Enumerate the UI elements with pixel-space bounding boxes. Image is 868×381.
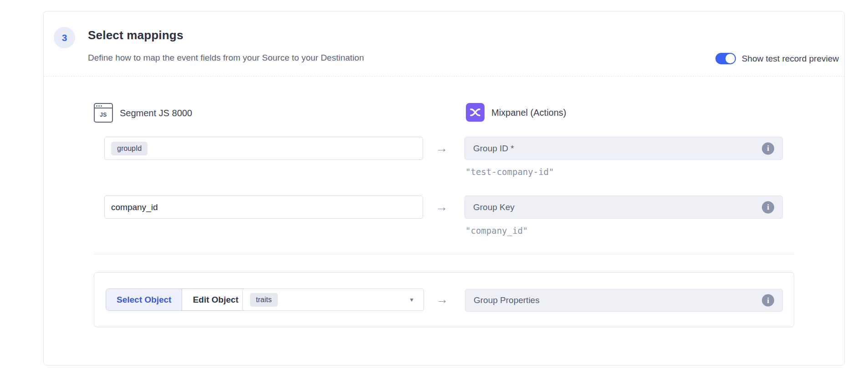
info-icon[interactable]: i — [762, 142, 774, 154]
test-record-preview-value: "company_id" — [465, 227, 528, 235]
destination-field-label: Group Properties — [474, 295, 540, 305]
js-glyph: JS — [95, 108, 112, 121]
page-subtitle: Define how to map the event fields from … — [88, 53, 364, 62]
destination-field-group-key[interactable]: Group Key i — [465, 196, 783, 219]
mapping-arrow-icon: → — [435, 142, 448, 154]
mapping-arrow-icon: → — [436, 293, 448, 306]
segment-js-source-icon: JS — [94, 103, 113, 123]
source-header: JS Segment JS 8000 — [94, 103, 192, 123]
mixpanel-icon — [466, 103, 485, 122]
info-icon[interactable]: i — [762, 294, 774, 307]
source-field-input-company-id[interactable]: company_id — [104, 196, 423, 219]
destination-name: Mixpanel (Actions) — [491, 108, 567, 117]
destination-field-label: Group ID * — [473, 144, 514, 154]
dropdown-value-chip: traits — [250, 293, 278, 307]
section-divider — [94, 254, 795, 254]
test-record-preview-control: Show test record preview — [715, 53, 839, 64]
browser-bar — [95, 104, 112, 108]
toggle-label: Show test record preview — [742, 54, 839, 63]
destination-field-group-id[interactable]: Group ID * i — [465, 137, 783, 160]
object-mode-button-group: Select Object Edit Object — [106, 288, 250, 311]
page-title: Select mappings — [88, 29, 184, 41]
chevron-down-icon: ▼ — [409, 297, 414, 303]
source-field-input-groupid[interactable]: groupId — [104, 137, 423, 160]
info-icon[interactable]: i — [762, 201, 774, 213]
destination-field-label: Group Key — [473, 202, 515, 212]
mapping-arrow-icon: → — [435, 201, 448, 213]
object-mapping-box: Select Object Edit Object traits ▼ → Gro… — [94, 272, 794, 327]
source-field-text: company_id — [111, 202, 158, 212]
toggle-knob — [725, 54, 735, 63]
test-record-preview-value: "test-company-id" — [465, 168, 554, 176]
destination-field-group-properties[interactable]: Group Properties i — [465, 289, 783, 312]
step-number: 3 — [62, 32, 67, 43]
source-field-chip: groupId — [111, 142, 148, 155]
object-source-dropdown[interactable]: traits ▼ — [242, 288, 424, 311]
destination-header: Mixpanel (Actions) — [466, 103, 567, 122]
header-divider — [44, 76, 844, 77]
show-test-record-toggle[interactable] — [715, 53, 736, 64]
edit-object-button[interactable]: Edit Object — [182, 289, 249, 310]
step-number-badge: 3 — [54, 27, 75, 48]
select-object-button[interactable]: Select Object — [106, 289, 182, 310]
select-mappings-card: 3 Select mappings Define how to map the … — [43, 11, 845, 366]
source-name: Segment JS 8000 — [120, 108, 192, 118]
